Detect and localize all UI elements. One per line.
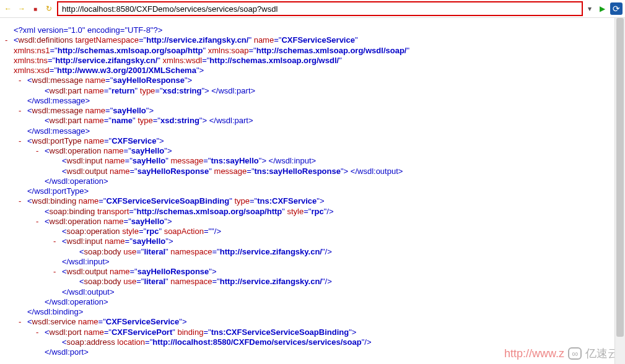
url-input[interactable] [61,4,579,14]
browser-icon[interactable]: ⟳ [610,2,623,15]
url-bar [57,1,583,16]
collapse-toggle[interactable]: - [36,327,45,337]
collapse-toggle[interactable]: - [53,236,62,246]
collapse-toggle[interactable]: - [5,35,14,45]
collapse-toggle[interactable]: - [53,267,62,277]
stop-icon[interactable]: ■ [30,3,41,14]
watermark: http://www.z 亿速云 [504,346,619,361]
collapse-toggle[interactable]: - [19,136,27,146]
watermark-url: http://www.z [504,347,564,360]
url-dropdown-icon[interactable]: ▾ [585,3,594,14]
xml-declaration: <?xml version="1.0" encoding="UTF-8"?> [14,25,162,35]
go-icon[interactable]: ▶ [597,3,608,14]
content-area: <?xml version="1.0" encoding="UTF-8"?> -… [0,18,625,364]
collapse-toggle[interactable]: - [36,146,45,156]
vertical-scrollbar[interactable] [614,18,625,364]
scroll-thumb[interactable] [616,18,624,337]
toolbar: ← → ■ ↻ ▾ ▶ ⟳ [0,0,625,18]
collapse-toggle[interactable]: - [19,317,27,327]
forward-icon[interactable]: → [16,3,27,14]
collapse-toggle[interactable]: - [19,76,27,85]
watermark-brand: 亿速云 [585,346,619,361]
refresh-icon[interactable]: ↻ [43,3,55,14]
collapse-toggle[interactable]: - [19,106,27,116]
xml-source-view: <?xml version="1.0" encoding="UTF-8"?> -… [0,18,625,362]
watermark-logo-icon [568,347,582,360]
collapse-toggle[interactable]: - [36,217,45,227]
collapse-toggle[interactable]: - [19,196,27,206]
back-icon[interactable]: ← [2,3,14,14]
